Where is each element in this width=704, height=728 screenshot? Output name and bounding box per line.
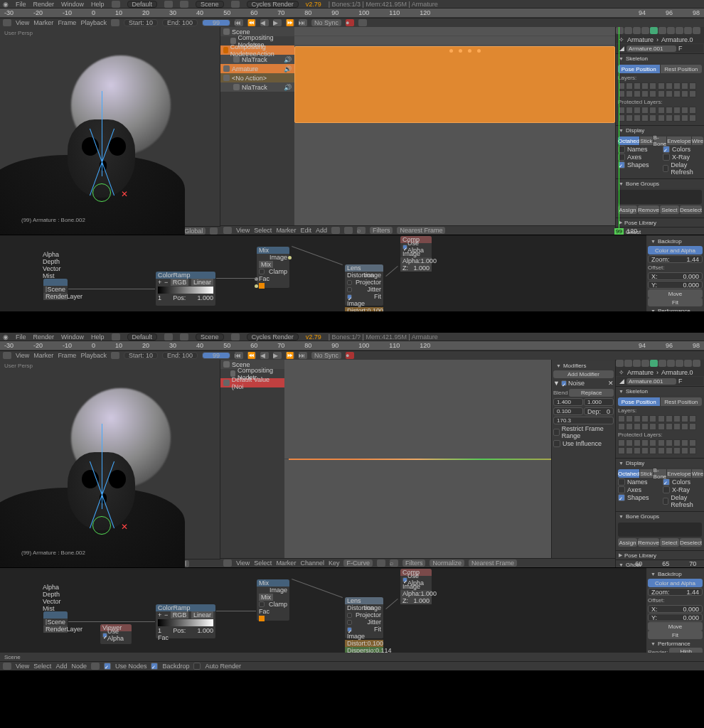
menu-render[interactable]: Render — [33, 1, 55, 8]
fit-btn[interactable]: Fit — [648, 631, 703, 639]
plus-icon[interactable] — [231, 333, 240, 341]
filters-btn[interactable]: Filters — [370, 227, 393, 234]
tl-playback[interactable]: Playback — [80, 19, 107, 26]
engine-selector[interactable]: Cycles Render — [247, 333, 299, 341]
select-btn[interactable]: Select — [660, 205, 679, 214]
offset-y[interactable]: Y:0.000 — [648, 614, 703, 621]
colorramp-node[interactable]: ColorRamp +−RGBLinear 1Pos:1.000 Fac — [155, 604, 216, 639]
rec-icon[interactable]: ● — [346, 19, 354, 26]
play-icon[interactable]: ▶ — [273, 352, 282, 359]
backdrop-panel[interactable]: Backdrop — [648, 237, 703, 245]
nla-select[interactable]: Select — [254, 227, 272, 234]
fit-btn[interactable]: Fit — [648, 298, 703, 306]
nla-track-2[interactable]: NlaTrack🔊 — [220, 82, 294, 92]
layer-icon[interactable] — [210, 228, 218, 235]
node-editor-icon[interactable] — [3, 663, 11, 670]
start-frame[interactable]: Start: 10 — [124, 19, 158, 26]
tab-bone[interactable] — [684, 27, 692, 34]
nla-view[interactable]: View — [236, 227, 250, 234]
rec-icon[interactable]: ● — [346, 352, 354, 359]
use-influence-check[interactable] — [553, 440, 560, 447]
nla-comp-action[interactable]: Compositing NodetreeAction — [220, 46, 294, 55]
menu-render[interactable]: Render — [33, 333, 55, 341]
blend-mode[interactable]: Replace — [569, 389, 614, 397]
back-icon[interactable] — [112, 333, 120, 341]
engine-selector[interactable]: Cycles Render — [247, 1, 299, 8]
move-btn[interactable]: Move — [648, 622, 703, 631]
nla-editor-icon[interactable] — [223, 227, 232, 234]
tab-layers[interactable] — [624, 27, 632, 34]
nla-add[interactable]: Add — [316, 227, 327, 234]
tl-marker[interactable]: Marker — [33, 352, 53, 359]
normalize-btn[interactable]: Normalize — [430, 560, 464, 567]
octahedral-btn[interactable]: Octahed — [618, 136, 640, 145]
tab-world[interactable] — [641, 27, 649, 34]
noise-v4[interactable]: 170.3 — [553, 417, 614, 424]
xray-check[interactable] — [663, 154, 670, 161]
tab-scene[interactable] — [633, 27, 641, 34]
nearest-frame[interactable]: Nearest Frame — [469, 560, 517, 567]
sync-mode[interactable]: No Sync — [311, 352, 341, 359]
tl-view[interactable]: View — [16, 352, 29, 359]
c-node[interactable]: Node — [71, 663, 87, 670]
zoom-field[interactable]: Zoom:1.44 — [648, 588, 703, 596]
g-marker[interactable]: Marker — [276, 560, 296, 567]
armature-name-input[interactable] — [626, 378, 676, 385]
playhead[interactable] — [619, 27, 619, 235]
menu-help[interactable]: Help — [91, 333, 105, 341]
bone-groups-list[interactable] — [618, 190, 702, 204]
tab-constraint[interactable] — [658, 27, 666, 34]
perf-panel[interactable]: Performance — [648, 306, 703, 311]
tl-frame[interactable]: Frame — [58, 352, 76, 359]
render-layers-node[interactable]: Scene RenderLayer — [43, 278, 68, 299]
tab-render[interactable] — [616, 27, 624, 34]
armature-name-input[interactable] — [626, 46, 676, 52]
menu-window[interactable]: Window — [61, 1, 84, 8]
layout-selector[interactable]: Default — [127, 1, 158, 8]
layout-selector[interactable]: Default — [127, 333, 158, 341]
3d-viewport-2[interactable]: User Persp ✕ (99) Armature : Bone.002 — [0, 360, 220, 559]
modifiers-panel[interactable]: Modifiers — [553, 361, 614, 370]
key-icon[interactable] — [358, 19, 367, 26]
menu-file[interactable]: File — [16, 333, 26, 341]
props-tabs[interactable] — [616, 360, 704, 368]
editor-type-icon[interactable] — [3, 19, 11, 26]
prev-key-icon[interactable]: ⏪ — [247, 19, 256, 26]
mix-node[interactable]: Mix Image Mix Clamp Fac — [256, 579, 290, 621]
current-frame[interactable]: 99 — [202, 19, 230, 26]
next-key-icon[interactable]: ⏩ — [286, 19, 294, 26]
play-icon[interactable]: ▶ — [273, 19, 282, 26]
filters-btn[interactable]: Filters — [402, 560, 426, 567]
nla-armature[interactable]: Armature🔊 — [220, 64, 294, 73]
mix-node[interactable]: Mix Image Mix Clamp Fac — [256, 246, 290, 289]
end-frame[interactable]: End: 100 — [162, 19, 198, 26]
ghost-icon[interactable] — [377, 560, 385, 567]
menu-window[interactable]: Window — [61, 333, 84, 341]
prev-key-icon[interactable]: ⏪ — [247, 352, 256, 359]
c-add[interactable]: Add — [55, 663, 67, 670]
sync-icon[interactable] — [111, 19, 119, 26]
timeline-ruler[interactable]: -30-20-10 0102030405060708090100110120 9… — [0, 9, 704, 18]
scene-icon[interactable] — [180, 1, 188, 8]
plus-icon[interactable] — [164, 333, 173, 341]
editor-type-icon[interactable] — [3, 352, 11, 359]
deselect-btn[interactable]: Deselect — [680, 205, 702, 214]
filter-icon[interactable]: ⌕ — [390, 560, 398, 567]
perf-panel[interactable]: Performance — [648, 639, 703, 648]
snap-icon[interactable] — [331, 227, 340, 234]
ghost-icon[interactable] — [344, 227, 353, 234]
restrict-range-check[interactable] — [553, 429, 560, 436]
composite-node[interactable]: Comp Use Alpha Image Alpha:1.000 Z:1.000 — [400, 235, 432, 264]
comp-action-strip[interactable] — [294, 46, 615, 123]
backdrop-check[interactable] — [151, 663, 158, 670]
noise-enable[interactable] — [561, 380, 567, 386]
tl-marker[interactable]: Marker — [33, 19, 53, 26]
tl-view[interactable]: View — [16, 19, 29, 26]
offset-y[interactable]: Y:0.000 — [648, 281, 703, 289]
colorramp-node[interactable]: ColorRamp +−RGBLinear 1Pos:1.000 — [155, 271, 216, 306]
end-frame[interactable]: End: 100 — [162, 352, 198, 359]
lens-distortion-node[interactable]: Lens Distortion Image Projector Jitter F… — [344, 264, 384, 306]
noise-dep[interactable]: Dep:0 — [584, 407, 614, 415]
panel-display[interactable]: Display — [616, 126, 704, 134]
tl-playback[interactable]: Playback — [80, 352, 107, 359]
